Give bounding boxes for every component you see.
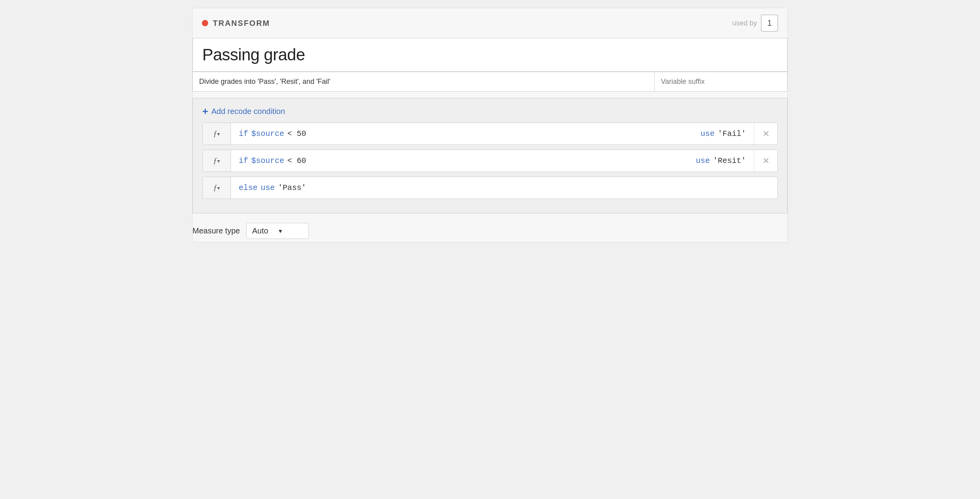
used-by-label: used by bbox=[732, 19, 757, 27]
fx-button-2[interactable]: ƒ▾ bbox=[203, 150, 231, 172]
str-fail: 'Fail' bbox=[718, 129, 746, 138]
conditions-panel: + Add recode condition ƒ▾ if $source < 5… bbox=[192, 98, 788, 213]
kw-use-else: use bbox=[261, 183, 275, 192]
measure-row: Measure type Auto ▼ bbox=[192, 213, 788, 242]
op-lt-2: < 60 bbox=[287, 156, 306, 165]
condition-code-1: if $source < 50 bbox=[231, 123, 690, 145]
var-source: $source bbox=[251, 129, 284, 138]
fx-label-3: ƒ bbox=[213, 183, 217, 192]
condition-row: ƒ▾ if $source < 60 use 'Resit' ✕ bbox=[202, 150, 778, 172]
str-resit: 'Resit' bbox=[713, 156, 746, 165]
condition-use-1: use 'Fail' bbox=[690, 123, 754, 145]
condition-use-2: use 'Resit' bbox=[685, 150, 754, 172]
fx-dropdown-icon-3: ▾ bbox=[217, 185, 220, 191]
plus-icon: + bbox=[202, 106, 208, 116]
condition-code-else: else use 'Pass' bbox=[231, 177, 777, 199]
op-lt: < 50 bbox=[287, 129, 306, 138]
var-source-2: $source bbox=[251, 156, 284, 165]
status-dot bbox=[202, 20, 208, 26]
kw-use-1: use bbox=[701, 129, 715, 138]
fx-label-2: ƒ bbox=[213, 156, 217, 165]
fx-button-3[interactable]: ƒ▾ bbox=[203, 177, 231, 199]
card-header: TRANSFORM used by 1 bbox=[192, 8, 788, 38]
header-right: used by 1 bbox=[732, 14, 778, 32]
transform-label: TRANSFORM bbox=[213, 19, 270, 28]
dropdown-arrow-icon: ▼ bbox=[278, 228, 283, 234]
add-condition-label: Add recode condition bbox=[211, 107, 285, 116]
kw-use-2: use bbox=[696, 156, 710, 165]
fx-dropdown-icon: ▾ bbox=[217, 131, 220, 137]
measure-type-label: Measure type bbox=[192, 226, 240, 235]
close-button-2[interactable]: ✕ bbox=[754, 150, 777, 172]
add-condition-button[interactable]: + Add recode condition bbox=[202, 106, 285, 123]
measure-type-select[interactable]: Auto ▼ bbox=[246, 223, 309, 239]
description-row bbox=[192, 72, 788, 92]
title-section: Passing grade bbox=[192, 38, 788, 72]
variable-suffix-input[interactable] bbox=[654, 72, 788, 92]
condition-code-2: if $source < 60 bbox=[231, 150, 685, 172]
kw-else: else bbox=[239, 183, 258, 192]
condition-row: ƒ▾ if $source < 50 use 'Fail' ✕ bbox=[202, 123, 778, 145]
description-input[interactable] bbox=[192, 72, 654, 92]
condition-row-else: ƒ▾ else use 'Pass' bbox=[202, 177, 778, 199]
kw-if-2: if bbox=[239, 156, 248, 165]
kw-if: if bbox=[239, 129, 248, 138]
header-left: TRANSFORM bbox=[202, 19, 270, 28]
transform-card: TRANSFORM used by 1 Passing grade + Add … bbox=[192, 8, 788, 242]
fx-dropdown-icon-2: ▾ bbox=[217, 158, 220, 164]
close-button-1[interactable]: ✕ bbox=[754, 123, 777, 145]
str-pass: 'Pass' bbox=[278, 183, 306, 192]
node-title: Passing grade bbox=[202, 45, 778, 64]
measure-type-value: Auto bbox=[252, 226, 268, 235]
used-by-count: 1 bbox=[761, 14, 778, 32]
fx-button-1[interactable]: ƒ▾ bbox=[203, 123, 231, 145]
fx-label: ƒ bbox=[213, 129, 217, 138]
